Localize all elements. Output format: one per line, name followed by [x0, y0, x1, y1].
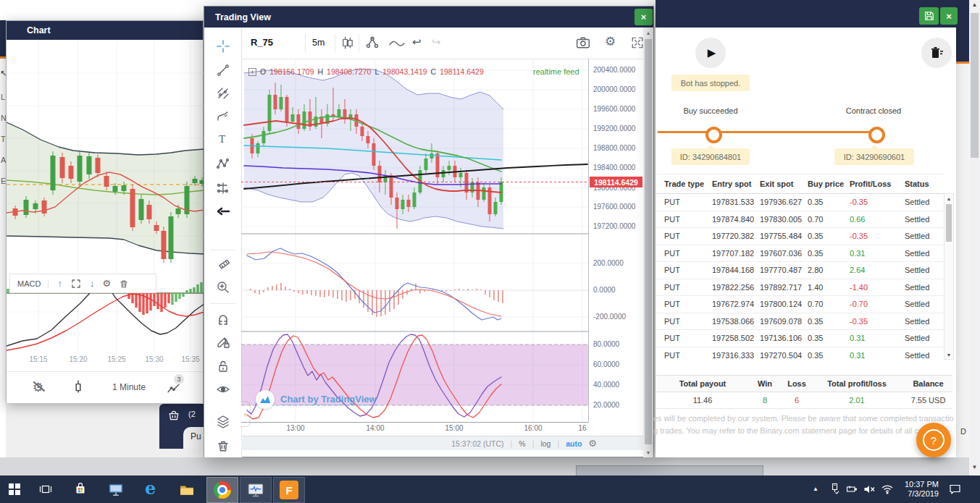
trash-icon[interactable]	[216, 439, 230, 453]
drawing-lock-icon[interactable]	[216, 335, 230, 350]
snapshot-camera-icon[interactable]	[576, 36, 590, 49]
macd-fullscreen-icon[interactable]	[71, 279, 81, 289]
fbs-app-tile[interactable]: F	[273, 477, 305, 503]
eye-icon[interactable]	[216, 383, 230, 396]
remote-desktop-icon[interactable]	[109, 483, 123, 496]
candle-style-icon[interactable]	[72, 380, 85, 393]
left-price-chart[interactable]	[7, 40, 204, 371]
bot-close-button[interactable]: ×	[940, 7, 958, 25]
volume-muted-icon[interactable]	[863, 484, 876, 494]
page-hscrollbar-thumb[interactable]	[576, 465, 763, 476]
trade-row[interactable]: PUT197874.840197830.0050.700.66Settled	[656, 211, 945, 229]
candles-icon[interactable]	[341, 36, 354, 49]
tv-price-chart[interactable]	[241, 59, 589, 423]
macd-delete-icon[interactable]	[119, 279, 129, 289]
page-vscrollbar[interactable]: ▲ ▼	[969, 0, 980, 475]
table-vscrollbar-thumb[interactable]	[946, 204, 952, 242]
scroll-up-icon[interactable]: ▲	[643, 28, 653, 35]
trade-row[interactable]: PUT197844.168197770.4872.802.64Settled	[656, 262, 945, 279]
magnet-icon[interactable]	[216, 312, 230, 326]
table-cell: 197316.333	[712, 351, 760, 360]
trade-row[interactable]: PUT197316.333197270.5040.350.31Settled	[656, 347, 945, 363]
trade-row[interactable]: PUT197831.533197936.6270.35-0.35Settled	[656, 194, 945, 211]
brush-icon[interactable]	[216, 109, 230, 124]
trade-row[interactable]: PUT197707.182197607.0360.350.31Settled	[656, 245, 945, 263]
timeline-marker-buy[interactable]	[705, 127, 722, 143]
help-button[interactable]: ?	[916, 423, 951, 457]
page-vscrollbar-thumb[interactable]	[971, 13, 979, 158]
wifi-icon[interactable]	[881, 484, 894, 494]
layers-icon[interactable]	[216, 415, 230, 429]
log-scale-toggle[interactable]: log	[540, 439, 550, 448]
chart-window-titlebar[interactable]: Chart	[7, 21, 203, 40]
bot-save-button[interactable]	[919, 7, 939, 25]
macd-settings-icon[interactable]: ⚙	[102, 278, 111, 289]
tv-vscrollbar[interactable]: ▲ ▼	[643, 28, 653, 457]
fullscreen-icon[interactable]	[631, 36, 644, 49]
scroll-down-icon[interactable]: ▼	[643, 450, 653, 455]
pitchfork-icon[interactable]	[216, 86, 230, 101]
legend-o-value: 198156.1709	[269, 67, 314, 76]
bot-window-titlebar[interactable]	[656, 0, 956, 28]
ruler-icon[interactable]	[216, 257, 230, 271]
text-tool-icon[interactable]: T	[219, 133, 225, 145]
file-explorer-icon[interactable]	[180, 483, 194, 496]
arrow-left-icon[interactable]	[216, 206, 230, 217]
symbol-button[interactable]: R_75	[251, 37, 273, 48]
trade-row[interactable]: PUT197822.256197892.7171.40-1.40Settled	[656, 279, 945, 297]
scroll-up-icon[interactable]: ▲	[945, 194, 953, 201]
timeline-marker-close[interactable]	[868, 127, 885, 143]
trend-line-icon[interactable]	[216, 63, 230, 77]
settings-gear-icon[interactable]: ⚙	[605, 34, 616, 48]
indicator-nodes-icon[interactable]	[365, 36, 380, 49]
undo-icon[interactable]: ↩	[412, 35, 422, 48]
battery-icon[interactable]	[846, 484, 858, 494]
interval-label[interactable]: 1 Minute	[103, 382, 155, 392]
summary-header-cell: Total profit/loss	[813, 379, 900, 388]
step-buy-succeeded-label: Buy succeeded	[683, 106, 737, 115]
macd-move-up-icon[interactable]: ↑	[57, 278, 62, 289]
redo-icon[interactable]: ↪	[432, 35, 441, 48]
forecast-icon[interactable]	[216, 181, 230, 195]
taskbar-date: 7/3/2019	[897, 489, 939, 499]
tray-expand-icon[interactable]: ▲	[813, 486, 818, 492]
status-gear-icon[interactable]: ⚙	[588, 438, 597, 449]
tv-vscrollbar-thumb[interactable]	[645, 39, 652, 444]
tv-close-button[interactable]: ×	[635, 9, 653, 25]
taskbar-clock[interactable]: 10:37 PM 7/3/2019	[897, 480, 939, 499]
lock-icon[interactable]	[216, 359, 230, 373]
table-vscrollbar[interactable]: ▲ ▼	[944, 193, 954, 360]
trades-table-body[interactable]: PUT197831.533197936.6270.35-0.35SettledP…	[656, 194, 945, 362]
current-price-value: 198114.6429	[594, 178, 638, 187]
zoom-in-icon[interactable]	[216, 280, 230, 295]
start-button[interactable]	[9, 483, 20, 495]
action-center-icon[interactable]	[949, 483, 961, 494]
percent-scale-toggle[interactable]: %	[519, 439, 525, 448]
auto-scale-toggle[interactable]: auto	[566, 439, 582, 448]
usb-icon[interactable]	[829, 483, 840, 494]
trade-row[interactable]: PUT197258.502197136.1060.350.31Settled	[656, 330, 945, 347]
monitor-app-tile[interactable]	[240, 477, 272, 503]
run-bot-button[interactable]: ▶	[695, 38, 726, 68]
trade-row[interactable]: PUT197720.382197755.4840.35-0.35Settled	[656, 228, 945, 245]
scroll-up-icon[interactable]: ▲	[969, 1, 980, 8]
scroll-down-icon[interactable]: ▼	[945, 352, 953, 358]
legend-plus-icon[interactable]	[248, 68, 256, 76]
scroll-down-icon[interactable]: ▼	[969, 464, 980, 470]
chrome-taskbar-tile[interactable]	[206, 477, 238, 503]
indicators-disabled-icon[interactable]: ⚙	[33, 380, 46, 393]
crosshair-icon[interactable]	[216, 39, 230, 54]
clear-log-button[interactable]	[921, 38, 952, 68]
store-icon[interactable]	[74, 482, 87, 495]
interval-button[interactable]: 5m	[312, 38, 324, 48]
purchase-tab[interactable]: Pu	[183, 427, 205, 449]
edge-browser-icon[interactable]: e	[145, 478, 156, 499]
tv-titlebar[interactable]: Trading View	[204, 7, 653, 28]
macd-move-down-icon[interactable]: ↓	[90, 278, 95, 289]
line-type-icon[interactable]	[389, 38, 405, 48]
trade-row[interactable]: PUT197672.974197800.1240.70-0.70Settled	[656, 296, 945, 313]
watermark-text[interactable]: Chart by TradingView	[280, 394, 377, 405]
trade-row[interactable]: PUT197538.066197609.0780.35-0.35Settled	[656, 313, 945, 331]
task-view-icon[interactable]	[39, 483, 52, 495]
xabcd-pattern-icon[interactable]	[216, 157, 230, 172]
